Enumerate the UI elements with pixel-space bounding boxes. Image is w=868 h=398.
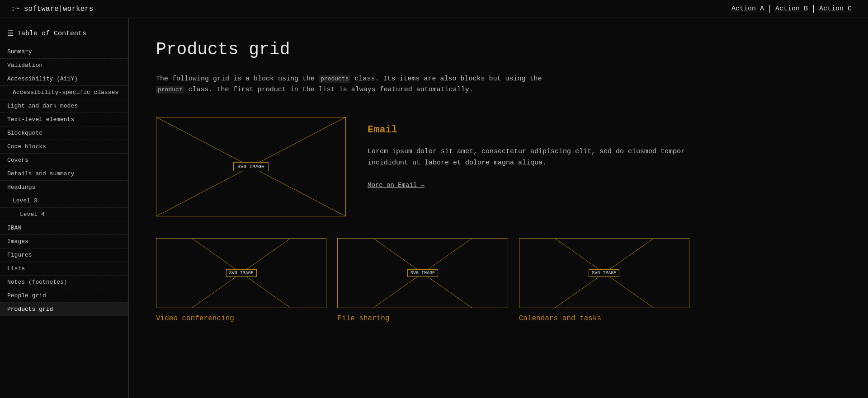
sidebar-item-covers[interactable]: Covers [0, 154, 128, 167]
sidebar-item-summary[interactable]: Summary [0, 45, 128, 59]
toc-icon: ☰ [7, 29, 14, 38]
page-title: Products grid [156, 40, 689, 59]
product-title-0: Video conferencing [156, 314, 326, 323]
header: :~ software|workers Action A Action B Ac… [0, 0, 868, 18]
nav-action-a[interactable]: Action A [726, 5, 770, 13]
sidebar-item-level3[interactable]: Level 3 [0, 194, 128, 208]
sidebar-item-validation[interactable]: Validation [0, 59, 128, 72]
sidebar-item-level4[interactable]: Level 4 [0, 208, 128, 221]
sidebar-item-products-grid[interactable]: Products grid [0, 303, 128, 316]
toc-label: Table of Contents [17, 30, 86, 37]
sidebar-item-blockquote[interactable]: Blockquote [0, 126, 128, 140]
sidebar-item-text-level[interactable]: Text-level elements [0, 113, 128, 126]
featured-description: Lorem ipsum dolor sit amet, consectetur … [368, 146, 689, 169]
featured-read-more[interactable]: More on Email → [368, 182, 425, 189]
product-image-1: SVG IMAGE [337, 238, 508, 308]
sidebar-item-images[interactable]: Images [0, 235, 128, 248]
featured-image-label: SVG IMAGE [233, 162, 268, 171]
product-card-1: SVG IMAGE File sharing [337, 238, 508, 323]
code-products: products [319, 75, 350, 83]
code-product: product [156, 86, 184, 94]
logo: :~ software|workers [11, 5, 93, 13]
product-image-label-0: SVG IMAGE [226, 269, 257, 277]
featured-info: Email Lorem ipsum dolor sit amet, consec… [368, 117, 689, 189]
sidebar-item-code-blocks[interactable]: Code blocks [0, 140, 128, 154]
product-title-2: Calendars and tasks [519, 314, 689, 323]
sidebar-item-light-dark[interactable]: Light and dark modes [0, 99, 128, 113]
sidebar-item-details-summary[interactable]: Details and summary [0, 167, 128, 181]
sidebar-item-headings[interactable]: Headings [0, 181, 128, 194]
main-content: Products grid The following grid is a bl… [129, 18, 717, 398]
product-title-1: File sharing [337, 314, 508, 323]
sidebar-item-people-grid[interactable]: People grid [0, 289, 128, 303]
product-card-2: SVG IMAGE Calendars and tasks [519, 238, 689, 323]
featured-image: SVG IMAGE [156, 117, 346, 216]
sidebar-item-lists[interactable]: Lists [0, 262, 128, 276]
nav-action-c[interactable]: Action C [814, 5, 857, 13]
sidebar-item-accessibility[interactable]: Accessibility (A11Y) [0, 72, 128, 86]
product-card-0: SVG IMAGE Video conferencing [156, 238, 326, 323]
sidebar-item-accessibility-classes[interactable]: Accessibility-specific classes [0, 86, 128, 99]
logo-text: :~ software|workers [11, 5, 93, 13]
product-image-0: SVG IMAGE [156, 238, 326, 308]
intro-text: The following grid is a block using the … [156, 74, 563, 95]
nav-action-b[interactable]: Action B [770, 5, 814, 13]
sidebar-item-figures[interactable]: Figures [0, 248, 128, 262]
product-image-label-1: SVG IMAGE [407, 269, 438, 277]
product-grid: SVG IMAGE Video conferencing SVG IMAGE F… [156, 238, 689, 323]
sidebar-item-notes[interactable]: Notes (footnotes) [0, 276, 128, 289]
product-image-2: SVG IMAGE [519, 238, 689, 308]
sidebar: ☰ Table of Contents Summary Validation A… [0, 18, 129, 398]
featured-product: SVG IMAGE Email Lorem ipsum dolor sit am… [156, 117, 689, 216]
product-image-label-2: SVG IMAGE [589, 269, 619, 277]
layout: ☰ Table of Contents Summary Validation A… [0, 18, 868, 398]
header-nav: Action A Action B Action C [726, 5, 857, 13]
sidebar-item-iban[interactable]: IBAN [0, 221, 128, 235]
toc-header: ☰ Table of Contents [0, 25, 128, 45]
featured-title: Email [368, 124, 689, 136]
